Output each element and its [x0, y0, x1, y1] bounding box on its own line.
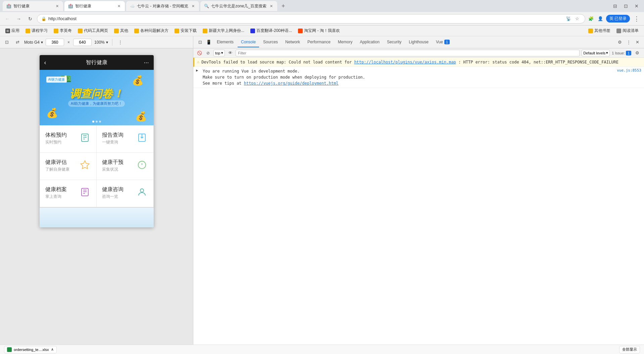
- tab-1[interactable]: 🏥 智行健康 ✕: [3, 1, 63, 11]
- coin-icon-2: 💰: [46, 107, 58, 119]
- width-input[interactable]: [46, 39, 64, 46]
- device-dropdown-icon: ▾: [41, 40, 43, 45]
- service-card-report[interactable]: 报告查询 一键查询: [97, 126, 153, 152]
- devtools-close-button[interactable]: ✕: [633, 38, 641, 46]
- console-link-axios[interactable]: http://localhost/plugins/vue/axios.min.m…: [354, 60, 456, 64]
- tab-security[interactable]: Security: [384, 37, 405, 47]
- browser-menu-button[interactable]: ⋮: [632, 14, 641, 24]
- tab-sources[interactable]: Sources: [260, 37, 281, 47]
- tab-2-close[interactable]: ✕: [116, 3, 121, 9]
- context-selector[interactable]: top ▾: [213, 50, 225, 56]
- service-card-text-2: 报告查询 一键查询: [102, 132, 123, 145]
- console-link-vuejs[interactable]: https://vuejs.org/guide/deployment.html: [244, 81, 339, 86]
- devtools-inspect-button[interactable]: ⊡: [196, 38, 204, 46]
- window-maximize[interactable]: ⊡: [621, 1, 631, 11]
- bookmark-problems[interactable]: 各种问题解决方: [132, 27, 171, 35]
- cast-icon[interactable]: 📡: [565, 15, 572, 23]
- bookmark-star-icon[interactable]: ☆: [574, 15, 581, 23]
- service-card-health-consult[interactable]: 健康咨询 咨询一览: [97, 180, 153, 207]
- console-filter-toggle[interactable]: ⊘: [205, 50, 211, 56]
- bookmark-apps[interactable]: ⊞ 应用: [3, 27, 22, 35]
- apps-icon: ⊞: [5, 29, 10, 33]
- service-card-text-5: 健康档案 掌上查询: [45, 186, 67, 200]
- console-clear-button[interactable]: 🚫: [196, 50, 203, 56]
- bookmark-codetools[interactable]: 代码工具网页: [75, 27, 111, 35]
- bookmark-baidu-translate[interactable]: 百度翻译-200种语...: [248, 27, 295, 35]
- service-name-3: 健康评估: [45, 159, 69, 166]
- console-filter-input[interactable]: [236, 50, 580, 56]
- bookmark-install[interactable]: 安装下载: [172, 27, 199, 35]
- bookmark-xinjiang[interactable]: 新疆大学上网身份...: [200, 27, 247, 35]
- forward-button[interactable]: →: [14, 14, 23, 24]
- bookmark-other-bookmarks[interactable]: 其他书签: [586, 27, 613, 35]
- back-button[interactable]: ←: [3, 14, 12, 24]
- levels-selector[interactable]: Default levels ▾: [582, 50, 610, 56]
- console-source-vuejs[interactable]: vue.js:8553: [617, 68, 641, 73]
- mobile-back-button[interactable]: ‹: [44, 59, 46, 66]
- signin-button[interactable]: 英 已登录: [606, 15, 630, 23]
- device-rotate-icon[interactable]: ⇄: [13, 38, 21, 46]
- mobile-more-button[interactable]: ···: [144, 59, 149, 66]
- service-desc-6: 咨询一览: [102, 194, 123, 200]
- tab-1-title: 智行健康: [13, 3, 52, 9]
- tab-lighthouse[interactable]: Lighthouse: [405, 37, 432, 47]
- window-close[interactable]: ✕: [632, 1, 641, 11]
- bookmark-label-8: 百度翻译-200种语...: [256, 28, 292, 34]
- download-item[interactable]: ordersetting_te....xlsx ∧: [4, 346, 57, 353]
- bookmark-liyingqi[interactable]: 李英奇: [51, 27, 75, 35]
- banner-subtitle: AI助力健康，为健康而努力吧！: [68, 100, 125, 107]
- service-card-health-eval[interactable]: 健康评估 了解自身健康: [40, 153, 97, 180]
- bookmark-coursestudy[interactable]: 课程学习: [23, 27, 50, 35]
- height-input[interactable]: [73, 39, 92, 46]
- tab-elements[interactable]: Elements: [213, 37, 237, 47]
- reload-button[interactable]: ↻: [26, 14, 35, 24]
- device-selector[interactable]: Moto G4 ▾: [24, 40, 43, 45]
- bookmark-other[interactable]: 其他: [111, 27, 131, 35]
- tab-vue[interactable]: Vue 1: [433, 37, 453, 47]
- window-minimize[interactable]: ⊟: [610, 1, 620, 11]
- bookmark-taobao[interactable]: 淘宝网 - 淘！我喜欢: [295, 27, 343, 35]
- bookmark-label-6: 安装下载: [181, 28, 197, 34]
- address-text: http://localhost: [48, 16, 77, 21]
- tab-memory[interactable]: Memory: [335, 37, 356, 47]
- tab-performance[interactable]: Performance: [304, 37, 334, 47]
- extensions-icon[interactable]: 🧩: [587, 15, 595, 23]
- tab-network[interactable]: Network: [282, 37, 303, 47]
- console-settings-button[interactable]: ⚙: [633, 49, 641, 57]
- banner-content: AI驱力健康 调查问卷！ AI助力健康，为健康而努力吧！: [68, 88, 125, 107]
- tab-4-close[interactable]: ✕: [268, 3, 274, 9]
- devtools-device-button[interactable]: 📱: [205, 38, 213, 46]
- user-profile-icon[interactable]: 👤: [597, 15, 604, 23]
- devtools-settings-button[interactable]: ⚙: [616, 38, 624, 46]
- service-icon-2: [136, 132, 148, 144]
- tab-3-close[interactable]: ✕: [190, 3, 196, 9]
- new-tab-button[interactable]: +: [279, 1, 288, 11]
- tab-2[interactable]: 🏥 智行健康 ✕: [64, 1, 125, 11]
- bookmark-icon-taobao: [298, 29, 303, 33]
- service-card-health-record[interactable]: 健康档案 掌上查询: [40, 180, 97, 207]
- bookmark-readinglist[interactable]: 阅读清单: [614, 27, 641, 35]
- service-card-header-6: 健康咨询 咨询一览: [102, 186, 148, 200]
- device-toolbar-toggle[interactable]: ⊡: [3, 38, 11, 46]
- more-options-button[interactable]: ⋮: [116, 38, 125, 46]
- devtools-panel: ⊡ 📱 Elements Console Sources Network Per…: [193, 36, 644, 345]
- tab-4[interactable]: 🔍 七牛云华北是zone几_百度搜索 ✕: [200, 1, 277, 11]
- tab-3[interactable]: ☁️ 七牛云 - 对象存储 - 空间概览 ✕: [126, 1, 199, 11]
- service-card-health-intervention[interactable]: 健康干预 采集状况: [97, 153, 153, 180]
- tab-application[interactable]: Application: [356, 37, 383, 47]
- eye-button[interactable]: 👁: [227, 50, 234, 56]
- service-card-tijian[interactable]: 体检预约 实时预约: [40, 126, 97, 152]
- zoom-selector[interactable]: 100% ▾: [94, 40, 108, 45]
- tab-console[interactable]: Console: [238, 37, 259, 47]
- show-all-button[interactable]: 全部显示: [619, 346, 640, 353]
- address-field[interactable]: 🔒 http://localhost 📡 ☆: [37, 14, 585, 24]
- console-expand-icon[interactable]: ▶: [196, 68, 201, 73]
- devtools-more-button[interactable]: ⋮: [625, 38, 633, 46]
- issue-info: 1 Issue: 1: [612, 51, 631, 55]
- service-card-header-2: 报告查询 一键查询: [102, 132, 148, 145]
- bookmark-label-2: 李英奇: [60, 28, 72, 34]
- svg-rect-10: [82, 188, 88, 196]
- tab-1-close[interactable]: ✕: [54, 3, 60, 9]
- tab-memory-label: Memory: [338, 40, 352, 44]
- bookmark-folder-icon-5: [134, 29, 139, 33]
